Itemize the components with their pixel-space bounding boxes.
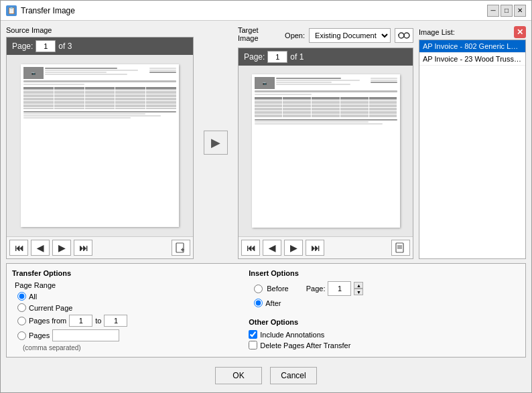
current-page-label[interactable]: Current Page bbox=[29, 304, 72, 312]
before-label[interactable]: Before bbox=[267, 285, 288, 293]
target-image-area: Page: of 1 📷 bbox=[238, 48, 413, 259]
source-last-button[interactable]: ⏭ bbox=[74, 240, 92, 256]
image-list-item[interactable]: AP Invoice - 23 Wood Truss & Lum bbox=[419, 53, 525, 66]
source-doc-preview: 📷 bbox=[7, 55, 193, 236]
image-list-box[interactable]: AP Invoice - 802 Generic Lumber Y AP Inv… bbox=[419, 40, 526, 259]
before-option-row: Before Page: ▲ ▼ bbox=[254, 281, 520, 296]
source-page-label: Page: bbox=[12, 42, 33, 51]
title-bar: 📋 Transfer Image ─ □ ✕ bbox=[1, 1, 531, 21]
after-radio[interactable] bbox=[254, 299, 263, 307]
spinner-down-button[interactable]: ▼ bbox=[354, 289, 363, 295]
transfer-arrow-button[interactable]: ▶ bbox=[204, 131, 228, 155]
source-image-area: Page: of 3 📷 bbox=[6, 37, 194, 259]
cancel-button[interactable]: Cancel bbox=[270, 367, 317, 384]
pages-from-label[interactable]: Pages from bbox=[29, 317, 66, 325]
target-doc-lines: 📷 bbox=[252, 74, 400, 129]
target-page-total: of 1 bbox=[290, 52, 304, 62]
page-spinner-wrap: Page: ▲ ▼ bbox=[306, 281, 364, 296]
target-page-icon bbox=[395, 242, 406, 253]
source-page-total: of 3 bbox=[58, 42, 72, 51]
pages-radio[interactable] bbox=[17, 331, 26, 340]
current-page-radio[interactable] bbox=[17, 303, 26, 312]
svg-point-4 bbox=[404, 33, 409, 38]
target-open-dropdown[interactable]: Existing Document New Document bbox=[309, 28, 391, 43]
annotations-label[interactable]: Include Annotations bbox=[260, 331, 324, 339]
pages-from-input[interactable] bbox=[69, 315, 92, 327]
target-doc-info bbox=[276, 77, 369, 89]
target-page-input[interactable] bbox=[267, 51, 287, 63]
svg-rect-7 bbox=[396, 243, 403, 252]
transfer-options-title: Transfer Options bbox=[12, 269, 238, 277]
transfer-options: Transfer Options Page Range All Current … bbox=[12, 269, 238, 351]
other-options: Other Options Include Annotations Delete… bbox=[249, 318, 520, 351]
image-list-item[interactable]: AP Invoice - 802 Generic Lumber Y bbox=[419, 40, 525, 53]
all-label[interactable]: All bbox=[29, 293, 37, 301]
image-list-close-button[interactable]: ✕ bbox=[514, 26, 526, 38]
maximize-button[interactable]: □ bbox=[501, 5, 513, 17]
glasses-icon bbox=[398, 31, 410, 40]
main-content: Source Image Page: of 3 📷 bbox=[1, 21, 531, 392]
pages-list-input[interactable] bbox=[52, 329, 119, 341]
target-last-button[interactable]: ⏭ bbox=[306, 240, 324, 256]
insert-options: Insert Options Before Page: ▲ ▼ bbox=[249, 269, 520, 307]
pages-to-input[interactable] bbox=[104, 315, 127, 327]
all-option-row: All bbox=[17, 292, 238, 301]
insert-options-title: Insert Options bbox=[249, 269, 520, 277]
after-label[interactable]: After bbox=[265, 299, 281, 307]
pages-label[interactable]: Pages bbox=[29, 331, 50, 339]
target-doc-preview: 📷 bbox=[239, 66, 413, 236]
target-doc-page: 📷 bbox=[252, 74, 400, 228]
minimize-button[interactable]: ─ bbox=[487, 5, 499, 17]
target-nav-bar: ⏮ ◀ ▶ ⏭ bbox=[239, 236, 413, 258]
delete-pages-checkbox[interactable] bbox=[249, 341, 257, 349]
top-panels: Source Image Page: of 3 📷 bbox=[6, 26, 526, 259]
comma-note: (comma separated) bbox=[23, 344, 238, 351]
source-prev-button[interactable]: ◀ bbox=[31, 240, 50, 256]
pages-option-row: Pages bbox=[17, 329, 238, 341]
insert-page-input[interactable] bbox=[328, 281, 351, 296]
target-label: Target Image bbox=[238, 26, 281, 42]
source-nav-bar: ⏮ ◀ ▶ ⏭ bbox=[7, 236, 193, 258]
page-range-label: Page Range bbox=[15, 281, 238, 289]
title-bar-left: 📋 Transfer Image bbox=[6, 5, 75, 16]
ok-button[interactable]: OK bbox=[215, 367, 262, 384]
to-label: to bbox=[95, 317, 101, 325]
before-radio[interactable] bbox=[254, 285, 263, 293]
target-first-button[interactable]: ⏮ bbox=[241, 240, 260, 256]
add-page-icon bbox=[176, 242, 186, 253]
target-view-detail-button[interactable] bbox=[391, 240, 410, 256]
target-right-info bbox=[371, 77, 397, 89]
footer-buttons: OK Cancel bbox=[6, 362, 526, 387]
source-next-button[interactable]: ▶ bbox=[52, 240, 71, 256]
annotations-checkbox[interactable] bbox=[249, 330, 257, 339]
after-option-row: After bbox=[254, 299, 520, 307]
pages-from-radio[interactable] bbox=[17, 317, 26, 325]
svg-point-3 bbox=[399, 33, 404, 38]
spinner-buttons: ▲ ▼ bbox=[354, 282, 363, 295]
all-radio[interactable] bbox=[17, 292, 26, 301]
target-doc-logo: 📷 bbox=[255, 77, 275, 89]
source-label: Source Image bbox=[6, 26, 194, 34]
annotations-row: Include Annotations bbox=[249, 330, 520, 339]
source-page-input[interactable] bbox=[36, 40, 56, 52]
target-header: Target Image Open: Existing Document New… bbox=[238, 26, 413, 45]
source-doc-logo: 📷 bbox=[23, 67, 44, 79]
close-button[interactable]: ✕ bbox=[514, 5, 526, 17]
spinner-up-button[interactable]: ▲ bbox=[354, 282, 363, 289]
target-prev-button[interactable]: ◀ bbox=[263, 240, 281, 256]
source-page-header: Page: of 3 bbox=[7, 37, 193, 55]
window-title: Transfer Image bbox=[21, 6, 75, 15]
target-panel: Target Image Open: Existing Document New… bbox=[238, 26, 413, 259]
source-add-button[interactable] bbox=[172, 240, 190, 256]
target-view-button[interactable] bbox=[395, 28, 413, 43]
insert-radio-group: Before Page: ▲ ▼ bbox=[254, 281, 520, 307]
window-icon: 📋 bbox=[6, 5, 17, 16]
source-first-button[interactable]: ⏮ bbox=[9, 240, 28, 256]
image-list-label: Image List: bbox=[419, 28, 455, 36]
source-panel: Source Image Page: of 3 📷 bbox=[6, 26, 194, 259]
target-page-label: Page: bbox=[244, 52, 265, 62]
target-next-button[interactable]: ▶ bbox=[284, 240, 303, 256]
title-buttons: ─ □ ✕ bbox=[487, 5, 526, 17]
delete-pages-label[interactable]: Delete Pages After Transfer bbox=[260, 341, 350, 349]
delete-pages-row: Delete Pages After Transfer bbox=[249, 341, 520, 349]
